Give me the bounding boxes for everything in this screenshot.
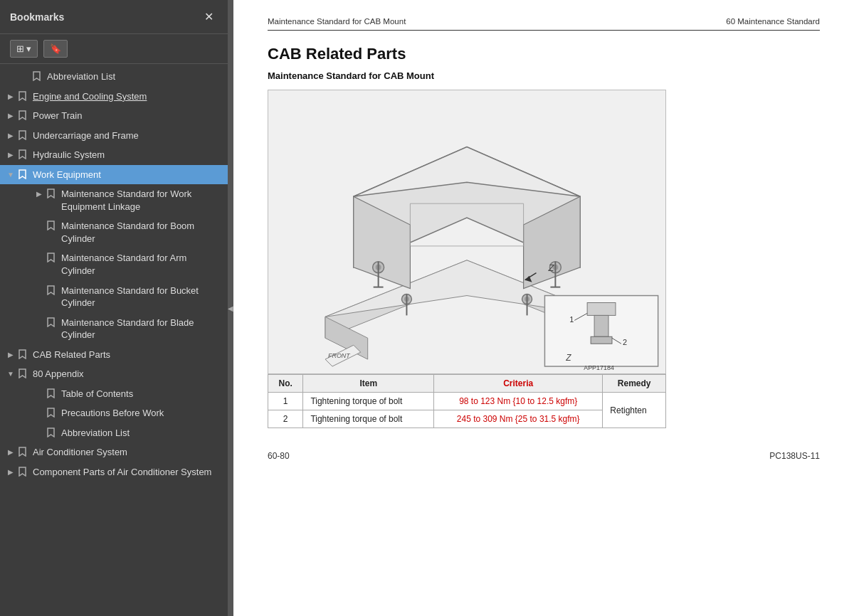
header-left-text: Maintenance Standard for CAB Mount: [268, 17, 406, 26]
toolbar: ⊞ ▾ 🔖: [0, 34, 228, 64]
table-row: 1 Tightening torque of bolt 98 to 123 Nm…: [268, 393, 666, 410]
col-header-criteria: Criteria: [434, 375, 603, 393]
bookmark-icon: [19, 466, 30, 477]
sidebar-title: Bookmarks: [10, 11, 64, 23]
bookmark-label: Maintenance Standard for Work Equipment …: [61, 188, 222, 213]
bookmark-label: Abbreviation List: [47, 70, 222, 83]
cell-item: Tightening torque of bolt: [303, 393, 434, 410]
bookmark-item-precautions-before-work[interactable]: Precautions Before Work: [0, 403, 228, 423]
bookmark-label: Hydraulic System: [33, 149, 222, 161]
bookmark-icon: [47, 388, 58, 398]
bookmark-label: Maintenance Standard for Boom Cylinder: [61, 220, 222, 245]
bookmark-item-ms-bucket-cylinder[interactable]: Maintenance Standard for Bucket Cylinder: [0, 281, 228, 313]
header-right-text: 60 Maintenance Standard: [726, 17, 820, 26]
bookmark-item-ms-blade-cylinder[interactable]: Maintenance Standard for Blade Cylinder: [0, 313, 228, 345]
bookmark-icon: [19, 169, 30, 179]
bookmark-item-table-of-contents[interactable]: Table of Contents: [0, 384, 228, 404]
bookmark-icon: [19, 129, 30, 140]
bookmark-label: Precautions Before Work: [61, 407, 222, 420]
bookmark-label: 80 Appendix: [33, 368, 222, 381]
sidebar: Bookmarks ✕ ⊞ ▾ 🔖 Abbreviation List ▶ En…: [0, 0, 228, 616]
bookmark-item-undercarriage-frame[interactable]: ▶ Undercarriage and Frame: [0, 126, 228, 146]
bookmark-icon: [19, 110, 30, 120]
bookmark-label: Maintenance Standard for Blade Cylinder: [61, 317, 222, 341]
bookmark-label: Maintenance Standard for Bucket Cylinder: [61, 285, 222, 309]
bookmark-label: Table of Contents: [61, 388, 222, 400]
bookmark-label: Maintenance Standard for Arm Cylinder: [61, 252, 222, 277]
bookmark-icon: [19, 149, 30, 159]
cell-no: 1: [268, 393, 303, 410]
collapse-icon: ▼: [6, 368, 16, 379]
svg-text:2: 2: [623, 338, 627, 346]
bookmark-item-ms-work-equipment-linkage[interactable]: ▶ Maintenance Standard for Work Equipmen…: [0, 184, 228, 216]
bookmark-item-hydraulic-system[interactable]: ▶ Hydraulic System: [0, 145, 228, 165]
expand-placeholder: [20, 70, 30, 72]
cell-remedy: Retighten: [603, 393, 666, 428]
bookmark-icon: [47, 427, 58, 437]
bookmark-icon: [19, 368, 30, 378]
bookmark-item-power-train[interactable]: ▶ Power Train: [0, 106, 228, 126]
bookmark-item-component-parts-air-conditioner[interactable]: ▶ Component Parts of Air Conditioner Sys…: [0, 462, 228, 482]
bookmark-item-appendix-80[interactable]: ▼ 80 Appendix: [0, 364, 228, 384]
section-title: Maintenance Standard for CAB Mount: [268, 70, 820, 81]
svg-text:1: 1: [569, 315, 574, 324]
bookmark-icon: [33, 70, 44, 81]
bookmark-icon: [47, 407, 58, 418]
bookmark-icon: [47, 285, 58, 295]
bookmark-label: Abbreviation List: [61, 427, 222, 440]
expand-icon: ▶: [34, 188, 44, 199]
expand-placeholder: [34, 317, 44, 318]
drawing-inner: 1 2 Z Z FRONT APP17184: [268, 90, 665, 373]
cab-mount-drawing-svg: 1 2 Z Z FRONT APP17184: [268, 90, 665, 373]
bookmark-label: CAB Related Parts: [33, 349, 222, 361]
svg-rect-30: [591, 336, 612, 344]
bookmark-item-ms-arm-cylinder[interactable]: Maintenance Standard for Arm Cylinder: [0, 248, 228, 280]
bookmark-item-air-conditioner-system[interactable]: ▶ Air Conditioner System: [0, 442, 228, 462]
footer-right: PC138US-11: [769, 451, 820, 461]
svg-rect-28: [587, 303, 616, 316]
expand-icon: ▶: [6, 446, 16, 457]
bookmark-list: Abbreviation List ▶ Engine and Cooling S…: [0, 64, 228, 616]
view-options-button[interactable]: ⊞ ▾: [10, 40, 38, 58]
bookmark-item-engine-cooling[interactable]: ▶ Engine and Cooling System: [0, 87, 228, 107]
grid-icon: ⊞: [16, 43, 24, 54]
main-content: Maintenance Standard for CAB Mount 60 Ma…: [233, 0, 854, 616]
sidebar-header: Bookmarks ✕: [0, 0, 228, 34]
bookmark-item-abbreviation-list-bottom[interactable]: Abbreviation List: [0, 423, 228, 443]
bookmark-icon: [47, 220, 58, 230]
bookmark-icon: [19, 446, 30, 457]
bookmark-icon: [19, 90, 30, 101]
svg-text:FRONT: FRONT: [328, 352, 350, 359]
bookmark-icon: [47, 252, 58, 262]
bookmark-icon: [47, 317, 58, 327]
close-button[interactable]: ✕: [200, 9, 218, 25]
bookmark-label: Air Conditioner System: [33, 446, 222, 459]
col-header-no: No.: [268, 375, 303, 393]
bookmark-item-ms-boom-cylinder[interactable]: Maintenance Standard for Boom Cylinder: [0, 216, 228, 248]
col-header-remedy: Remedy: [603, 375, 666, 393]
bookmark-label: Power Train: [33, 110, 222, 122]
bookmark-add-icon: 🔖: [50, 43, 61, 54]
bookmark-label: Engine and Cooling System: [33, 90, 222, 103]
bookmark-label: Undercarriage and Frame: [33, 129, 222, 142]
expand-placeholder: [34, 427, 44, 428]
expand-placeholder: [34, 252, 44, 253]
bookmark-item-abbreviation-list-top[interactable]: Abbreviation List: [0, 67, 228, 87]
maintenance-table: No. Item Criteria Remedy 1 Tightening to…: [268, 374, 666, 428]
expand-icon: ▶: [6, 110, 16, 121]
collapse-icon: ▼: [6, 169, 16, 180]
bookmark-item-cab-related-parts[interactable]: ▶ CAB Related Parts: [0, 345, 228, 365]
add-bookmark-button[interactable]: 🔖: [43, 40, 68, 58]
svg-text:APP17184: APP17184: [584, 364, 614, 371]
cell-criteria: 245 to 309 Nm {25 to 31.5 kgfm}: [434, 410, 603, 428]
technical-drawing: 1 2 Z Z FRONT APP17184: [268, 90, 666, 374]
panel-splitter[interactable]: [228, 0, 233, 616]
bookmark-item-work-equipment[interactable]: ▼ Work Equipment: [0, 165, 228, 185]
expand-placeholder: [34, 407, 44, 408]
document-header-bar: Maintenance Standard for CAB Mount 60 Ma…: [268, 17, 820, 31]
bookmark-icon: [47, 188, 58, 198]
page-title: CAB Related Parts: [268, 45, 820, 63]
expand-icon: ▶: [6, 466, 16, 477]
document-footer: 60-80 PC138US-11: [268, 451, 820, 461]
cell-criteria: 98 to 123 Nm {10 to 12.5 kgfm}: [434, 393, 603, 410]
